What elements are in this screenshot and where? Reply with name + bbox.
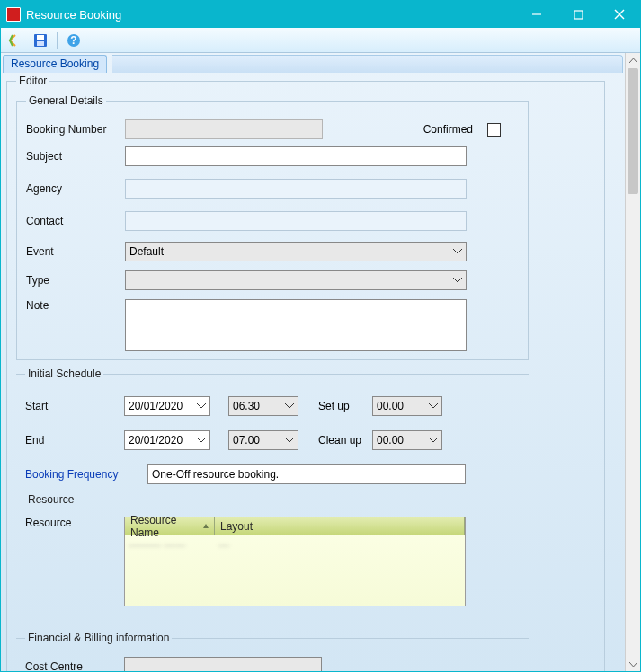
financial-billing-legend: Financial & Billing information [25,632,172,644]
toolbar-separator [57,32,58,49]
setup-time-select[interactable]: 00.00 [372,396,442,416]
svg-rect-6 [37,41,44,46]
content-area: Resource Booking Editor General Details … [1,53,625,671]
financial-billing-fieldset: Financial & Billing information Cost Cen… [16,632,529,671]
general-details-legend: General Details [26,94,106,107]
subject-field[interactable] [125,146,467,166]
resource-label: Resource [25,517,124,529]
col-layout[interactable]: Layout [215,517,465,535]
booking-number-label: Booking Number [26,123,125,136]
resource-fieldset: Resource Resource Resource Name Layout [16,493,529,628]
booking-frequency-link[interactable]: Booking Frequency [25,468,147,481]
tab-resource-booking[interactable]: Resource Booking [3,55,107,73]
chevron-up-icon [629,58,637,64]
initial-schedule-fieldset: Initial Schedule Start 20/01/2020 06.30 … [16,367,529,490]
chevron-down-icon [285,438,294,443]
col-resource-name[interactable]: Resource Name [125,517,215,535]
editor-legend: Editor [16,75,49,87]
general-details-fieldset: General Details Booking Number Confirmed… [16,94,529,360]
confirmed-label: Confirmed [423,123,473,136]
start-date-select[interactable]: 20/01/2020 [124,396,210,416]
back-arrow-icon [8,33,22,48]
start-date-value: 20/01/2020 [129,400,193,412]
scrollbar-track[interactable] [626,68,640,656]
end-time-value: 07.00 [233,434,281,447]
svg-text:?: ? [70,34,76,47]
subject-label: Subject [26,150,125,163]
close-button[interactable] [599,1,640,28]
window-title: Resource Booking [26,8,121,22]
event-select[interactable]: Default [125,242,467,261]
app-icon [6,7,21,22]
booking-frequency-field[interactable] [147,464,466,484]
cleanup-time-select[interactable]: 00.00 [372,430,442,450]
chevron-down-icon [629,661,637,667]
setup-label: Set up [318,400,372,412]
svg-rect-1 [574,11,583,19]
type-select[interactable] [125,270,467,290]
setup-time-value: 00.00 [377,400,425,412]
scroll-up-button[interactable] [626,53,640,68]
save-button[interactable] [30,31,51,50]
event-label: Event [26,245,125,258]
svg-rect-5 [37,35,44,40]
tabstrip-background [112,55,623,73]
sort-asc-icon [202,523,209,530]
back-button[interactable] [4,31,26,50]
resource-grid-header: Resource Name Layout [125,517,465,535]
end-date-select[interactable]: 20/01/2020 [124,430,210,450]
toolbar: ? [1,28,640,53]
vertical-scrollbar[interactable] [625,53,640,671]
table-row[interactable]: ——— —— — [129,537,461,553]
editor-fieldset: Editor General Details Booking Number Co… [6,75,605,671]
note-label: Note [26,299,125,312]
resource-grid-body: ——— —— — [125,535,465,555]
scroll-down-button[interactable] [626,656,640,671]
chevron-down-icon [197,438,206,443]
chevron-down-icon [429,403,438,409]
chevron-down-icon [453,278,462,283]
initial-schedule-legend: Initial Schedule [25,367,103,380]
cleanup-time-value: 00.00 [377,434,425,447]
cost-centre-label: Cost Centre [25,660,124,671]
contact-field[interactable] [125,211,467,231]
confirmed-checkbox[interactable] [487,123,501,137]
chevron-down-icon [285,403,294,409]
start-time-select[interactable]: 06.30 [228,396,298,416]
save-icon [33,33,48,48]
minimize-button[interactable] [516,1,557,28]
cleanup-label: Clean up [318,434,372,447]
type-label: Type [26,274,125,287]
end-time-select[interactable]: 07.00 [228,430,298,450]
end-label: End [25,434,124,447]
cost-centre-select[interactable] [124,657,322,671]
agency-label: Agency [26,182,125,195]
help-icon: ? [67,33,81,48]
end-date-value: 20/01/2020 [129,434,193,447]
scrollbar-thumb[interactable] [628,68,638,194]
chevron-down-icon [197,403,206,409]
titlebar: Resource Booking [1,1,640,28]
resource-grid[interactable]: Resource Name Layout ——— —— — [124,517,466,606]
contact-label: Contact [26,215,125,227]
agency-field[interactable] [125,179,467,199]
maximize-button[interactable] [557,1,599,28]
start-time-value: 06.30 [233,400,281,412]
event-value: Default [129,245,450,258]
note-field[interactable] [125,299,467,351]
help-button[interactable]: ? [63,31,85,50]
start-label: Start [25,400,124,412]
chevron-down-icon [453,249,462,254]
chevron-down-icon [429,438,438,443]
booking-number-field[interactable] [125,119,323,139]
resource-legend: Resource [25,493,76,506]
